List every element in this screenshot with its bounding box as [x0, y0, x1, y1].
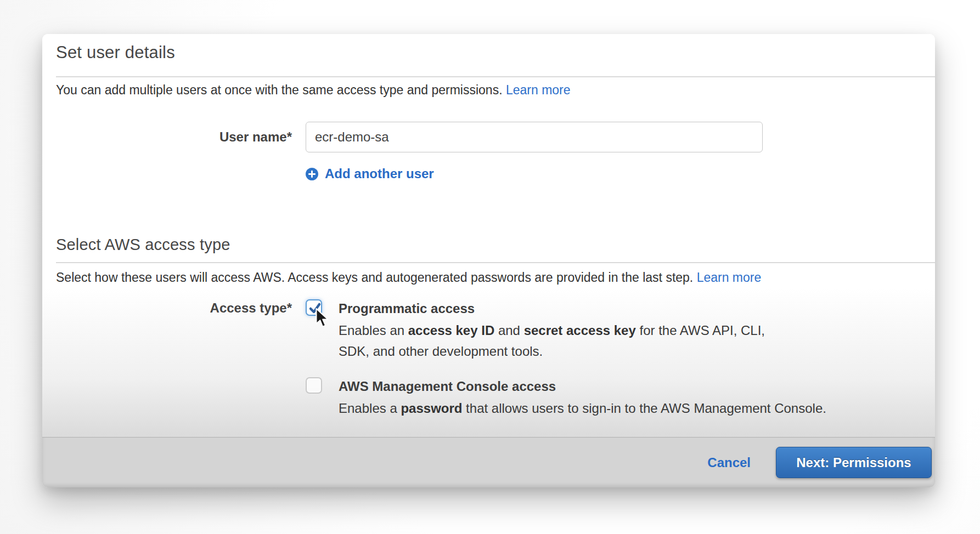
check-icon [307, 300, 323, 316]
add-another-user-label: Add another user [325, 166, 434, 181]
section-divider [56, 76, 935, 77]
learn-more-link-user-details[interactable]: Learn more [506, 83, 571, 97]
user-name-input[interactable] [306, 122, 763, 152]
plus-icon [306, 168, 318, 180]
user-name-label: User name* [42, 129, 292, 145]
add-another-user-button[interactable]: Add another user [306, 166, 434, 181]
section-divider [56, 262, 935, 263]
console-access-checkbox[interactable] [306, 377, 322, 394]
learn-more-link-access-type[interactable]: Learn more [697, 270, 762, 285]
next-permissions-button[interactable]: Next: Permissions [776, 447, 932, 478]
programmatic-access-checkbox[interactable] [306, 299, 322, 316]
select-access-type-heading: Select AWS access type [56, 236, 230, 254]
console-access-label[interactable]: AWS Management Console access [339, 379, 556, 394]
wizard-footer: Cancel Next: Permissions [42, 437, 935, 487]
access-type-description: Select how these users will access AWS. … [56, 270, 761, 285]
page-background: { "accent": { "link_blue": "#2a6cc6", "b… [0, 0, 980, 534]
set-user-details-heading: Set user details [56, 43, 175, 63]
programmatic-access-label[interactable]: Programmatic access [339, 301, 475, 316]
user-details-description: You can add multiple users at once with … [56, 83, 571, 98]
programmatic-access-description: Enables an access key ID and secret acce… [339, 320, 778, 362]
console-access-description: Enables a password that allows users to … [339, 398, 920, 419]
set-user-details-panel: Set user details You can add multiple us… [42, 34, 935, 487]
cancel-button[interactable]: Cancel [707, 455, 751, 470]
access-type-description-text: Select how these users will access AWS. … [56, 270, 693, 285]
access-type-label: Access type* [42, 300, 292, 316]
user-details-description-text: You can add multiple users at once with … [56, 83, 503, 97]
